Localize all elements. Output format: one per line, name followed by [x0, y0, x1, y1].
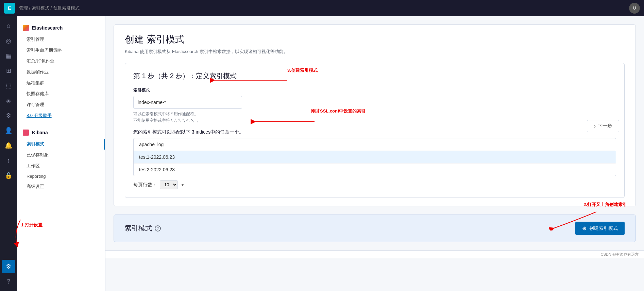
step-box: 第 1 步（共 2 步）：定义索引模式 索引模式 可以在索引模式中将 * 用作通… [125, 63, 625, 198]
bottom-panel-title: 索引模式 ? [125, 224, 161, 233]
create-index-pattern-panel: 创建 索引模式 Kibana 使用索引模式从 Elasticsearch 索引中… [114, 24, 636, 206]
step-title: 第 1 步（共 2 步）：定义索引模式 [133, 71, 616, 81]
next-btn-label: 下一步 [598, 123, 612, 129]
nav-item-snapshot[interactable]: 快照存储库 [17, 88, 105, 99]
sidebar-icon-security[interactable]: 🔒 [2, 169, 15, 182]
sidebar-icon-visualize[interactable]: ▦ [2, 49, 15, 63]
match-text: 您的索引模式可以匹配以下 3 indices中的任意一个。 [133, 129, 616, 135]
app-logo: E [4, 3, 15, 14]
nav-item-workspaces[interactable]: 工作区 [17, 160, 105, 171]
sidebar-icon-discover[interactable]: ◎ [2, 34, 15, 48]
index-item-test1: test1-2022.06.23 [134, 151, 616, 164]
index-list: apache_log test1-2022.06.23 test2-2022.0… [133, 138, 616, 176]
next-arrow-icon: › [594, 123, 596, 129]
breadcrumb: 管理 / 索引模式 / 创建索引模式 [19, 5, 80, 11]
user-avatar[interactable]: U [629, 3, 640, 14]
create-panel-title: 创建 索引模式 [125, 33, 625, 46]
bottom-help-icon[interactable]: ? [155, 225, 161, 232]
index-pattern-input[interactable] [133, 96, 242, 109]
main-content: 1.打开设置 ✕ 包括系统索引 创建 索引模式 Kibana 使用索引模式从 E… [105, 16, 644, 291]
sidebar-icon-home[interactable]: ⌂ [2, 19, 15, 33]
nav-item-index-management[interactable]: 索引管理 [17, 34, 105, 45]
index-item-test2: test2-2022.06.23 [134, 164, 616, 176]
elasticsearch-icon [22, 24, 29, 31]
nav-sidebar: Elasticsearch 索引管理 索引生命周期策略 汇总/打包作业 数据帧作… [17, 16, 105, 291]
nav-item-transforms[interactable]: 数据帧作业 [17, 67, 105, 78]
sidebar-icon-ml[interactable]: ⚙ [2, 109, 15, 122]
nav-item-remote-clusters[interactable]: 远程集群 [17, 78, 105, 88]
per-page-select[interactable]: 10 25 50 [160, 180, 178, 189]
sidebar-icon-fleet[interactable]: ↕ [2, 154, 15, 167]
sidebar-icon-settings[interactable]: ⚙ [2, 260, 15, 273]
nav-item-license[interactable]: 许可管理 [17, 99, 105, 110]
footer-text: CSDN @有诶亦有远方 [601, 252, 639, 256]
sidebar-icon-help[interactable]: ? [2, 275, 15, 288]
kibana-icon [22, 129, 29, 136]
next-step-button[interactable]: › 下一步 [587, 120, 619, 132]
sidebar-icon-maps[interactable]: ◈ [2, 94, 15, 107]
main-layout: ⌂ ◎ ▦ ⊞ ⬚ ◈ ⚙ 👤 🔔 ↕ 🔒 ⚙ ? Elasticsearch … [0, 16, 644, 291]
kibana-section-title: Kibana [17, 126, 105, 139]
nav-item-reporting[interactable]: Reporting [17, 171, 105, 181]
create-panel-description: Kibana 使用索引模式从 Elasticsearch 索引中检索数据，以实现… [125, 49, 625, 55]
nav-item-advanced-settings[interactable]: 高级设置 [17, 181, 105, 192]
create-btn-label: 创建索引模式 [589, 225, 618, 232]
elasticsearch-section-title: Elasticsearch [17, 22, 105, 34]
plus-icon: ⊕ [582, 225, 587, 232]
topbar: E 管理 / 索引模式 / 创建索引模式 U [0, 0, 644, 16]
page-footer: CSDN @有诶亦有远方 [105, 250, 644, 258]
field-label-index-pattern: 索引模式 [133, 87, 616, 93]
create-index-pattern-button[interactable]: ⊕ 创建索引模式 [575, 222, 625, 235]
bottom-index-pattern-panel: 索引模式 ? ⊕ 创建索引模式 [114, 215, 636, 242]
nav-item-upgrade[interactable]: 8.0 升级助手 [17, 110, 105, 121]
logo-text: E [8, 5, 11, 11]
sidebar-icon-alerts[interactable]: 🔔 [2, 139, 15, 152]
nav-item-ilm[interactable]: 索引生命周期策略 [17, 45, 105, 56]
input-hint: 可以在索引模式中将 * 用作通配符。 不能使用空格或字符 \, /, ?, ",… [133, 111, 616, 124]
chevron-down-icon: ▼ [181, 183, 185, 187]
index-item-apache: apache_log [134, 138, 616, 151]
icon-sidebar: ⌂ ◎ ▦ ⊞ ⬚ ◈ ⚙ 👤 🔔 ↕ 🔒 ⚙ ? [0, 16, 17, 291]
sidebar-icon-canvas[interactable]: ⬚ [2, 79, 15, 92]
nav-item-saved-objects[interactable]: 已保存对象 [17, 150, 105, 160]
nav-item-index-patterns[interactable]: 索引模式 [17, 139, 105, 150]
sidebar-icon-users[interactable]: 👤 [2, 124, 15, 137]
nav-item-rollup[interactable]: 汇总/打包作业 [17, 56, 105, 67]
sidebar-icon-dashboard[interactable]: ⊞ [2, 64, 15, 78]
pagination-row: 每页行数： 10 25 50 ▼ [133, 180, 616, 189]
